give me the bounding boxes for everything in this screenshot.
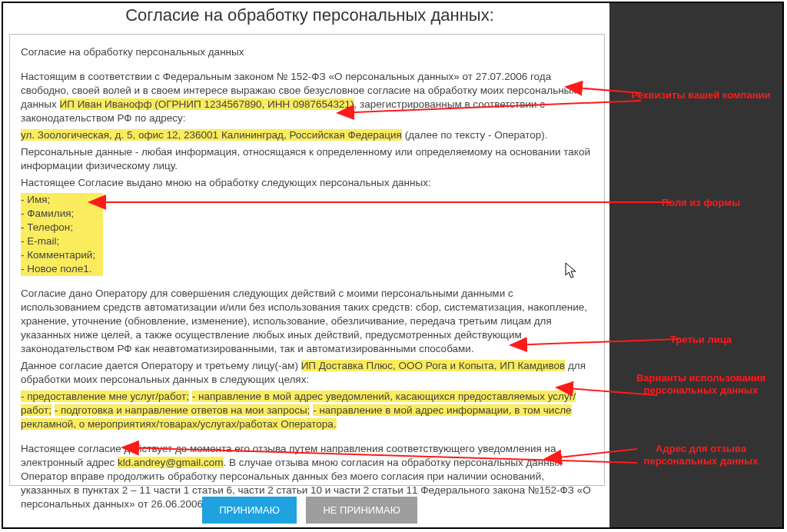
usage-list: - предоставление мне услуг/работ; - напр…	[21, 390, 593, 431]
callout-email: Адрес для отзыва персональных данных	[624, 443, 778, 467]
callout-third: Третьи лица	[624, 334, 778, 346]
field-item: - Фамилия;	[21, 207, 95, 221]
doc-heading: Согласие на обработку персональных данны…	[21, 45, 593, 59]
field-item: - Новое поле1.	[21, 262, 95, 276]
fields-list: - Имя; - Фамилия; - Телефон; - E-mail; -…	[21, 193, 103, 276]
dialog-buttons: ПРИНИМАЮ НЕ ПРИНИМАЮ	[3, 497, 616, 524]
field-item: - E-mail;	[21, 234, 95, 248]
callout-fields: Поля из формы	[624, 197, 778, 209]
company-address-highlight: ул. Зоологическая, д. 5, офис 12, 236001…	[21, 129, 402, 141]
dialog-title: Согласие на обработку персональных данны…	[3, 5, 616, 25]
callout-usage: Варианты использования персональных данн…	[624, 372, 778, 397]
third-party-paragraph: Данное согласие дается Оператору и треть…	[21, 359, 593, 387]
decline-button[interactable]: НЕ ПРИНИМАЮ	[306, 497, 417, 524]
field-item: - Имя;	[21, 193, 95, 207]
consent-document: Согласие на обработку персональных данны…	[9, 34, 605, 486]
fields-lead: Настоящее Согласие выдано мною на обрабо…	[21, 176, 593, 190]
actions-paragraph: Согласие дано Оператору для совершения с…	[21, 287, 593, 356]
revoke-email-highlight: kld.andrey@gmail.com	[118, 457, 224, 468]
address-line: ул. Зоологическая, д. 5, офис 12, 236001…	[21, 128, 593, 142]
callout-company: Реквизиты вашей компании	[624, 89, 778, 101]
intro-paragraph: Настоящим в соответствии с Федеральным з…	[21, 70, 593, 125]
company-name-highlight: ИП Иван Иванофф (ОГРНИП 1234567890, ИНН …	[60, 98, 354, 110]
usage-item: - предоставление мне услуг/работ;	[21, 391, 189, 402]
field-item: - Телефон;	[21, 221, 95, 234]
accept-button[interactable]: ПРИНИМАЮ	[202, 497, 297, 524]
usage-item: - подготовка и направление ответов на мо…	[55, 404, 310, 416]
field-item: - Комментарий;	[21, 248, 95, 262]
third-parties-highlight: ИП Доставка Плюс, ООО Рога и Копыта, ИП …	[301, 360, 566, 371]
definition-paragraph: Персональные данные - любая информация, …	[21, 145, 593, 173]
